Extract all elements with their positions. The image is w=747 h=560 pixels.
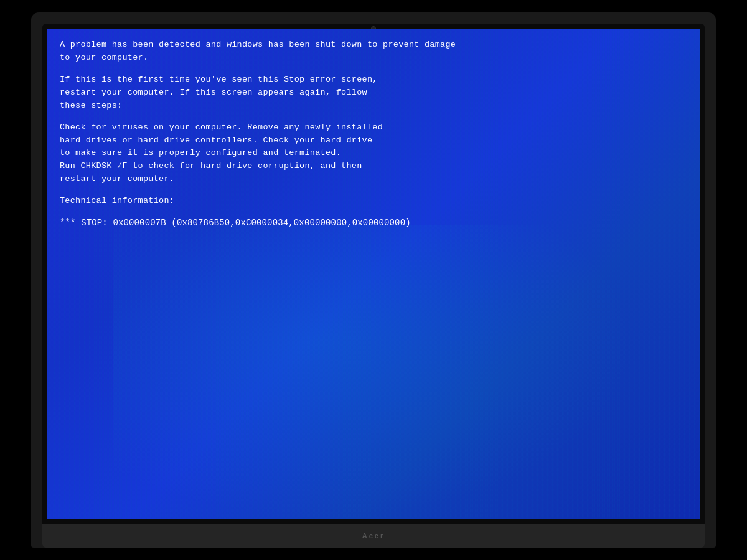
bsod-line-5: these steps: [60, 100, 687, 113]
bsod-line-11: Technical information: [60, 195, 687, 208]
bsod-line-6: Check for viruses on your computer. Remo… [60, 121, 687, 134]
bsod-content: A problem has been detected and windows … [60, 39, 687, 230]
spacer-1 [60, 65, 687, 73]
spacer-4 [60, 208, 687, 217]
bsod-line-3: If this is the first time you've seen th… [60, 73, 687, 86]
bsod-screen: A problem has been detected and windows … [47, 29, 700, 519]
laptop-body: A problem has been detected and windows … [31, 12, 716, 548]
bsod-line-8: to make sure it is properly configured a… [60, 147, 687, 160]
spacer-2 [60, 113, 687, 121]
laptop-brand-logo: Acer [362, 532, 385, 539]
bsod-line-2: to your computer. [60, 52, 687, 65]
bsod-line-7: hard drives or hard drive controllers. C… [60, 134, 687, 147]
spacer-3 [60, 186, 687, 195]
screen-bezel: A problem has been detected and windows … [42, 24, 705, 524]
bsod-stop-code: *** STOP: 0x0000007B (0x80786B50,0xC0000… [60, 217, 687, 230]
bsod-line-10: restart your computer. [60, 173, 687, 186]
bsod-line-9: Run CHKDSK /F to check for hard drive co… [60, 160, 687, 173]
bsod-line-4: restart your computer. If this screen ap… [60, 86, 687, 100]
laptop-bottom-bar: Acer [42, 524, 705, 548]
bsod-line-1: A problem has been detected and windows … [60, 39, 687, 52]
